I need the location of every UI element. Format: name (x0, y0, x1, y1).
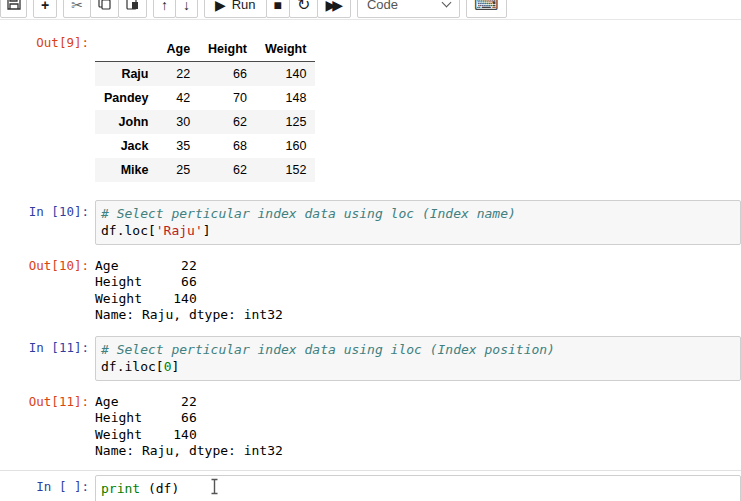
code-editor[interactable]: # Select perticular index data using ilo… (95, 336, 741, 381)
insert-cell-button[interactable]: + (33, 0, 57, 18)
row-index: Raju (95, 62, 157, 87)
cell-value: 148 (256, 86, 315, 110)
restart-run-all-button[interactable]: ▶▶ (317, 0, 351, 18)
copy-icon (98, 0, 111, 13)
output-line: Weight 140 (95, 291, 283, 307)
code-line: df.loc['Raju'] (101, 222, 736, 239)
notebook-body: Out[9]: Age Height Weight Raju 22 66 (0, 20, 741, 501)
stop-icon: ■ (274, 0, 282, 12)
code-text: df.loc[ (101, 223, 156, 238)
in-prompt-10: In [10]: (0, 200, 95, 220)
save-group (0, 0, 27, 18)
chevron-down-icon (442, 0, 452, 7)
save-button[interactable] (0, 0, 27, 18)
in-prompt-11: In [11]: (0, 336, 95, 356)
index-header (95, 37, 157, 62)
table-row: Mike 25 62 152 (95, 158, 315, 182)
cell-output-11: Out[11]: Age 22 Height 66 Weight 140 Nam… (0, 390, 741, 459)
code-line: df.iloc[0] (101, 358, 736, 375)
cell-value: 125 (256, 110, 315, 134)
fast-forward-icon: ▶▶ (325, 0, 343, 12)
cut-button[interactable]: ✂ (63, 0, 91, 18)
output-line: Weight 140 (95, 427, 283, 443)
cell-value: 68 (199, 134, 256, 158)
code-text: (df) (140, 481, 179, 496)
notebook-toolbar: + ✂ ↑ ↓ ▶ Run ■ (0, 0, 741, 20)
restart-icon: ↻ (297, 0, 310, 13)
output-line: Age 22 (95, 258, 283, 274)
command-palette-button[interactable]: ⌨ (466, 0, 507, 18)
command-palette-group: ⌨ (466, 0, 507, 18)
code-line: print (df) (101, 480, 736, 499)
output-line: Name: Raju, dtype: int32 (95, 443, 283, 459)
cell-value: 25 (157, 158, 199, 182)
cell-input-10: In [10]: # Select perticular index data … (0, 200, 741, 245)
arrow-down-icon: ↓ (183, 0, 190, 12)
keyboard-icon: ⌨ (474, 0, 499, 15)
interrupt-kernel-button[interactable]: ■ (266, 0, 290, 18)
cell-value: 152 (256, 158, 315, 182)
table-row: Pandey 42 70 148 (95, 86, 315, 110)
paste-icon (126, 0, 139, 13)
table-row: Raju 22 66 140 (95, 62, 315, 87)
cell-value: 22 (157, 62, 199, 87)
cell-separator (0, 470, 741, 471)
code-text: df.iloc[ (101, 359, 164, 374)
column-header: Height (199, 37, 256, 62)
paste-button[interactable] (118, 0, 147, 18)
column-header: Age (157, 37, 199, 62)
move-cell-up-button[interactable]: ↑ (153, 0, 176, 18)
insert-group: + (33, 0, 57, 18)
arrow-up-icon: ↑ (161, 0, 168, 12)
plus-icon: + (41, 0, 49, 12)
cell-value: 70 (199, 86, 256, 110)
code-comment-line: # Select perticular index data using loc… (101, 205, 736, 222)
run-button[interactable]: ▶ Run (204, 0, 267, 18)
cell-value: 160 (256, 134, 315, 158)
cell-output-9: Out[9]: Age Height Weight Raju 22 66 (0, 31, 741, 182)
dataframe-output: Age Height Weight Raju 22 66 140 Pandey … (95, 31, 315, 182)
out-prompt-11: Out[11]: (0, 390, 95, 410)
play-icon: ▶ (215, 0, 226, 12)
cell-input-11: In [11]: # Select perticular index data … (0, 336, 741, 381)
output-line: Height 66 (95, 274, 283, 290)
cell-value: 30 (157, 110, 199, 134)
cell-input-empty: In [ ]: print (df) (0, 475, 741, 501)
scissors-icon: ✂ (71, 0, 83, 12)
in-prompt-empty: In [ ]: (0, 475, 95, 495)
move-cell-down-button[interactable]: ↓ (175, 0, 198, 18)
table-header-row: Age Height Weight (95, 37, 315, 62)
cell-value: 62 (199, 110, 256, 134)
row-index: Mike (95, 158, 157, 182)
cell-value: 62 (199, 158, 256, 182)
output-line: Age 22 (95, 394, 283, 410)
row-index: Pandey (95, 86, 157, 110)
run-group: ▶ Run ■ ↻ ▶▶ (204, 0, 351, 18)
cell-value: 42 (157, 86, 199, 110)
row-index: John (95, 110, 157, 134)
text-output: Age 22 Height 66 Weight 140 Name: Raju, … (95, 390, 283, 459)
code-comment-line: # Select perticular index data using ilo… (101, 341, 736, 358)
column-header: Weight (256, 37, 315, 62)
code-editor-active[interactable]: print (df) (95, 475, 741, 501)
output-line: Name: Raju, dtype: int32 (95, 307, 283, 323)
copy-button[interactable] (90, 0, 119, 18)
text-output: Age 22 Height 66 Weight 140 Name: Raju, … (95, 254, 283, 323)
row-index: Jack (95, 134, 157, 158)
move-group: ↑ ↓ (153, 0, 198, 18)
cell-output-10: Out[10]: Age 22 Height 66 Weight 140 Nam… (0, 254, 741, 323)
dataframe-table: Age Height Weight Raju 22 66 140 Pandey … (95, 37, 315, 182)
clipboard-group: ✂ (63, 0, 147, 18)
out-prompt-10: Out[10]: (0, 254, 95, 274)
code-editor[interactable]: # Select perticular index data using loc… (95, 200, 741, 245)
table-row: John 30 62 125 (95, 110, 315, 134)
cell-value: 140 (256, 62, 315, 87)
save-icon (7, 0, 21, 13)
code-text: ] (171, 359, 179, 374)
cell-value: 66 (199, 62, 256, 87)
code-string: 'Raju' (156, 223, 203, 238)
cell-type-value: Code (367, 0, 398, 12)
restart-kernel-button[interactable]: ↻ (289, 0, 318, 18)
cell-type-select[interactable]: Code (357, 0, 460, 18)
text-cursor-icon (209, 478, 220, 499)
